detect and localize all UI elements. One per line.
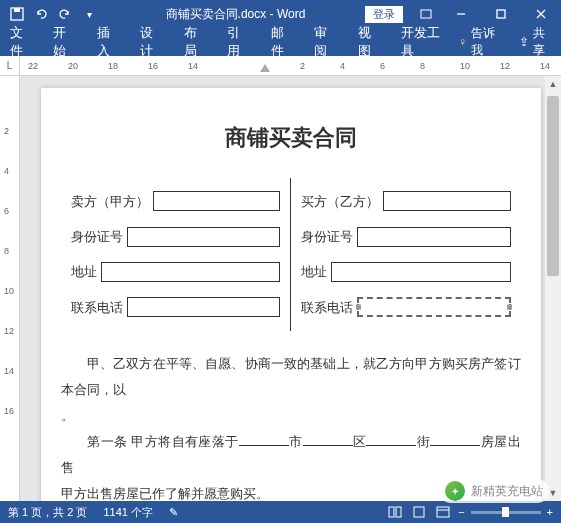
paragraph-1b[interactable]: 。 bbox=[61, 403, 521, 429]
seller-field[interactable]: 卖方（甲方） bbox=[71, 190, 281, 213]
document-viewport[interactable]: 商铺买卖合同 卖方（甲方） 身份证号 地址 联系电话 买方（乙方） 身份证号 地… bbox=[20, 76, 561, 501]
ruler-vertical[interactable]: 2 4 6 8 10 12 14 16 bbox=[0, 76, 20, 501]
seller-phone-field[interactable]: 联系电话 bbox=[71, 296, 281, 319]
ruler-indent-marker[interactable] bbox=[260, 64, 270, 72]
statusbar: 第 1 页，共 2 页 1141 个字 ✎ − + bbox=[0, 501, 561, 523]
buyer-fill[interactable] bbox=[383, 191, 511, 211]
blank-street[interactable] bbox=[366, 445, 416, 446]
blank-city[interactable] bbox=[239, 445, 289, 446]
zoom-out-button[interactable]: − bbox=[458, 506, 464, 518]
left-column: 卖方（甲方） 身份证号 地址 联系电话 bbox=[61, 178, 291, 332]
buyer-addr-field[interactable]: 地址 bbox=[301, 260, 511, 283]
view-read-icon[interactable] bbox=[386, 504, 404, 520]
blank-house[interactable] bbox=[430, 445, 480, 446]
zoom-slider[interactable] bbox=[471, 511, 541, 514]
svg-rect-2 bbox=[421, 10, 431, 18]
svg-rect-8 bbox=[396, 507, 401, 517]
seller-id-field[interactable]: 身份证号 bbox=[71, 225, 281, 248]
wechat-logo-icon: ✦ bbox=[445, 481, 465, 501]
main-area: 2 4 6 8 10 12 14 16 商铺买卖合同 卖方（甲方） 身份证号 地… bbox=[0, 76, 561, 501]
article-1[interactable]: 第一条 甲方将自有座落于市区街房屋出售 bbox=[61, 429, 521, 481]
view-web-icon[interactable] bbox=[434, 504, 452, 520]
watermark: ✦ 新精英充电站 bbox=[439, 479, 549, 503]
buyer-id-fill[interactable] bbox=[357, 227, 511, 247]
svg-rect-7 bbox=[389, 507, 394, 517]
window-controls bbox=[441, 0, 561, 28]
svg-rect-10 bbox=[437, 507, 449, 517]
buyer-field[interactable]: 买方（乙方） bbox=[301, 190, 511, 213]
view-print-icon[interactable] bbox=[410, 504, 428, 520]
page-info[interactable]: 第 1 页，共 2 页 bbox=[8, 505, 87, 520]
lightbulb-icon: ♀ bbox=[458, 35, 467, 49]
ribbon-display-icon[interactable] bbox=[411, 8, 441, 20]
columns-container: 卖方（甲方） 身份证号 地址 联系电话 买方（乙方） 身份证号 地址 联系电话 bbox=[61, 178, 521, 332]
seller-fill[interactable] bbox=[153, 191, 281, 211]
buyer-phone-field[interactable]: 联系电话 bbox=[301, 296, 511, 319]
ruler-corner[interactable]: L bbox=[0, 56, 20, 75]
seller-addr-field[interactable]: 地址 bbox=[71, 260, 281, 283]
zoom-slider-thumb[interactable] bbox=[502, 507, 509, 517]
seller-phone-fill[interactable] bbox=[127, 297, 281, 317]
maximize-button[interactable] bbox=[481, 0, 521, 28]
seller-addr-fill[interactable] bbox=[101, 262, 281, 282]
right-column: 买方（乙方） 身份证号 地址 联系电话 bbox=[291, 178, 521, 332]
proofing-icon[interactable]: ✎ bbox=[169, 506, 178, 519]
scroll-up-icon[interactable]: ▲ bbox=[545, 76, 561, 92]
buyer-addr-fill[interactable] bbox=[331, 262, 511, 282]
buyer-phone-fill-selected[interactable] bbox=[357, 297, 511, 317]
tell-me-button[interactable]: 告诉我 bbox=[471, 25, 502, 59]
document-title[interactable]: 商铺买卖合同 bbox=[61, 118, 521, 158]
seller-id-fill[interactable] bbox=[127, 227, 281, 247]
ruler-horizontal[interactable]: 22 20 18 16 14 2 4 6 8 10 12 14 bbox=[20, 56, 561, 75]
svg-rect-4 bbox=[497, 10, 505, 18]
svg-rect-9 bbox=[414, 507, 424, 517]
ribbon-tabs: 文件 开始 插入 设计 布局 引用 邮件 审阅 视图 开发工具 ♀ 告诉我 ⇪ … bbox=[0, 28, 561, 56]
zoom-in-button[interactable]: + bbox=[547, 506, 553, 518]
watermark-text: 新精英充电站 bbox=[471, 483, 543, 500]
close-button[interactable] bbox=[521, 0, 561, 28]
blank-district[interactable] bbox=[303, 445, 353, 446]
word-count[interactable]: 1141 个字 bbox=[103, 505, 153, 520]
ruler-horizontal-container: L 22 20 18 16 14 2 4 6 8 10 12 14 bbox=[0, 56, 561, 76]
share-button[interactable]: 共享 bbox=[533, 25, 554, 59]
buyer-id-field[interactable]: 身份证号 bbox=[301, 225, 511, 248]
scrollbar-thumb[interactable] bbox=[547, 96, 559, 276]
share-icon: ⇪ bbox=[519, 35, 529, 49]
paragraph-1[interactable]: 甲、乙双方在平等、自愿、协商一致的基础上，就乙方向甲方购买房产签订本合同，以 bbox=[61, 351, 521, 403]
document-page[interactable]: 商铺买卖合同 卖方（甲方） 身份证号 地址 联系电话 买方（乙方） 身份证号 地… bbox=[41, 88, 541, 501]
svg-rect-1 bbox=[14, 8, 20, 12]
vertical-scrollbar[interactable]: ▲ ▼ bbox=[545, 76, 561, 501]
